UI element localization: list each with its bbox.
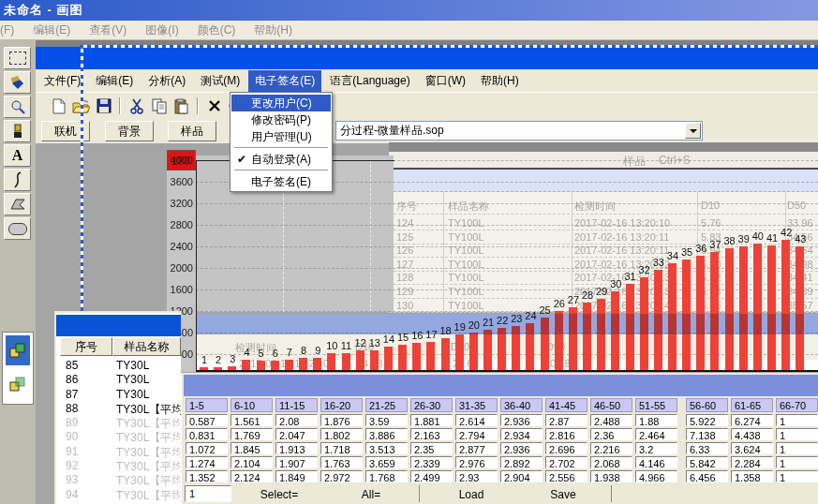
dist-value-cell[interactable]: 2.216 xyxy=(590,442,632,454)
chevron-down-icon[interactable] xyxy=(685,123,701,139)
paint-menu-item[interactable]: (F) xyxy=(0,23,14,37)
dist-value-cell[interactable]: 2.499 xyxy=(410,470,453,482)
dist-value-cell[interactable]: 2.488 xyxy=(590,414,632,426)
rounded-rect-tool[interactable] xyxy=(4,217,31,240)
dist-value-cell[interactable]: 1.352 xyxy=(186,470,228,482)
select-tool[interactable] xyxy=(4,47,31,69)
dist-button-save[interactable]: Save xyxy=(519,485,607,504)
dist-value-cell[interactable]: 2.976 xyxy=(455,456,498,468)
delete-icon[interactable] xyxy=(204,96,224,116)
dist-value-cell[interactable]: 2.36 xyxy=(590,428,632,440)
brush-tool[interactable] xyxy=(4,120,31,142)
dist-value-cell[interactable]: 1.802 xyxy=(320,428,363,440)
context-menu-item[interactable]: 电子签名(E) xyxy=(231,173,331,190)
dist-value-cell[interactable]: 2.936 xyxy=(500,442,543,454)
dist-button-select[interactable]: Select= xyxy=(235,485,323,504)
new-icon[interactable] xyxy=(49,96,68,116)
dist-value-cell[interactable]: 3.2 xyxy=(635,442,677,454)
left-table-header-seq[interactable]: 序号 xyxy=(60,337,112,356)
dist-value-cell[interactable]: 2.877 xyxy=(455,442,498,454)
dist-value-cell[interactable]: 2.339 xyxy=(410,456,453,468)
dist-value-cell[interactable]: 1 xyxy=(776,414,818,426)
dist-value-cell[interactable]: 2.464 xyxy=(635,428,677,440)
dist-value-cell[interactable]: 1.769 xyxy=(231,428,273,440)
dist-value-cell[interactable]: 4.146 xyxy=(635,456,677,468)
dist-value-cell[interactable]: 2.892 xyxy=(500,456,543,468)
index-field[interactable]: 1 xyxy=(185,485,231,502)
context-menu-item[interactable]: ✔自动登录(A) xyxy=(231,151,331,168)
paint-menu-item[interactable]: 颜色(C) xyxy=(198,22,236,38)
dist-value-cell[interactable]: 2.163 xyxy=(410,428,453,440)
dist-value-cell[interactable]: 2.104 xyxy=(231,456,273,468)
dist-value-cell[interactable]: 1.881 xyxy=(410,414,453,426)
dist-value-cell[interactable]: 4.438 xyxy=(731,428,773,440)
dist-value-cell[interactable]: 2.08 xyxy=(275,414,318,426)
dist-value-cell[interactable]: 2.904 xyxy=(500,470,543,482)
dist-value-cell[interactable]: 2.124 xyxy=(231,470,273,482)
context-menu-item[interactable]: 更改用户(C) xyxy=(231,95,331,111)
polygon-tool[interactable] xyxy=(4,193,31,215)
dist-value-cell[interactable]: 0.587 xyxy=(186,414,228,426)
dist-value-cell[interactable]: 1.768 xyxy=(365,470,408,482)
dist-value-cell[interactable]: 2.936 xyxy=(500,414,543,426)
dist-value-cell[interactable]: 3.659 xyxy=(365,456,408,468)
dist-value-cell[interactable]: 6.33 xyxy=(686,442,728,454)
analyzer-menu-item[interactable]: 测试(M) xyxy=(194,70,246,92)
analyzer-menu-item[interactable]: 窗口(W) xyxy=(419,70,472,92)
dist-value-cell[interactable]: 2.87 xyxy=(545,414,587,426)
dist-value-cell[interactable]: 3.624 xyxy=(731,442,773,454)
dist-value-cell[interactable]: 2.068 xyxy=(590,456,632,468)
copy-icon[interactable] xyxy=(149,96,169,116)
fill-tool[interactable] xyxy=(4,71,31,94)
paste-icon[interactable] xyxy=(171,96,191,116)
quick-button-3[interactable]: 样品 xyxy=(168,121,216,141)
quick-button-2[interactable]: 背景 xyxy=(105,121,154,141)
dist-value-cell[interactable]: 2.93 xyxy=(455,470,498,482)
dist-value-cell[interactable]: 3.513 xyxy=(365,442,408,454)
dist-value-cell[interactable]: 1 xyxy=(776,456,818,468)
dist-value-cell[interactable]: 1.913 xyxy=(275,442,318,454)
dist-value-cell[interactable]: 1.88 xyxy=(635,414,677,426)
dist-value-cell[interactable]: 1 xyxy=(776,470,818,482)
paint-menu-item[interactable]: 编辑(E) xyxy=(33,22,70,38)
analyzer-menu-item[interactable]: 分析(A) xyxy=(141,70,192,92)
context-menu-item[interactable]: 用户管理(U) xyxy=(231,128,331,145)
dist-value-cell[interactable]: 1 xyxy=(776,442,818,454)
dist-value-cell[interactable]: 1.561 xyxy=(231,414,273,426)
dist-value-cell[interactable]: 1 xyxy=(776,428,818,440)
dist-value-cell[interactable]: 2.816 xyxy=(545,428,587,440)
dist-value-cell[interactable]: 5.842 xyxy=(686,456,728,468)
dist-value-cell[interactable]: 2.794 xyxy=(455,428,498,440)
curve-tool[interactable] xyxy=(4,169,31,191)
dist-value-cell[interactable]: 1.849 xyxy=(275,470,318,482)
dist-value-cell[interactable]: 2.556 xyxy=(545,470,587,482)
save-icon[interactable] xyxy=(94,96,113,116)
dist-value-cell[interactable]: 1.072 xyxy=(186,442,228,454)
sop-combo[interactable]: 分过程-微量样品.sop xyxy=(335,121,703,141)
analyzer-menu-item[interactable]: 编辑(E) xyxy=(89,70,140,92)
dist-value-cell[interactable]: 6.456 xyxy=(686,470,728,482)
dist-value-cell[interactable]: 1.876 xyxy=(320,414,363,426)
text-tool[interactable]: A xyxy=(4,144,31,167)
dist-value-cell[interactable]: 2.047 xyxy=(275,428,318,440)
dist-button-all[interactable]: All= xyxy=(327,485,415,504)
paint-menu-item[interactable]: 查看(V) xyxy=(89,22,126,38)
dist-value-cell[interactable]: 1.718 xyxy=(320,442,363,454)
dist-value-cell[interactable]: 1.938 xyxy=(590,470,632,482)
dist-value-cell[interactable]: 7.138 xyxy=(686,428,728,440)
dist-value-cell[interactable]: 2.702 xyxy=(545,456,587,468)
dist-value-cell[interactable]: 2.972 xyxy=(320,470,363,482)
dist-value-cell[interactable]: 5.922 xyxy=(686,414,728,426)
dist-value-cell[interactable]: 1.274 xyxy=(186,456,228,468)
opaque-paste-option[interactable] xyxy=(6,335,30,365)
dist-value-cell[interactable]: 1.358 xyxy=(731,470,773,482)
dist-value-cell[interactable]: 2.35 xyxy=(410,442,453,454)
analyzer-menu-item[interactable]: 语言(Language) xyxy=(323,70,416,92)
dist-value-cell[interactable]: 1.763 xyxy=(320,456,363,468)
cut-icon[interactable] xyxy=(126,96,146,116)
dist-value-cell[interactable]: 1.845 xyxy=(231,442,273,454)
dist-value-cell[interactable]: 4.966 xyxy=(635,470,677,482)
dist-value-cell[interactable]: 2.614 xyxy=(455,414,498,426)
paint-menu-item[interactable]: 帮助(H) xyxy=(254,22,292,38)
paint-menu-item[interactable]: 图像(I) xyxy=(145,22,178,38)
